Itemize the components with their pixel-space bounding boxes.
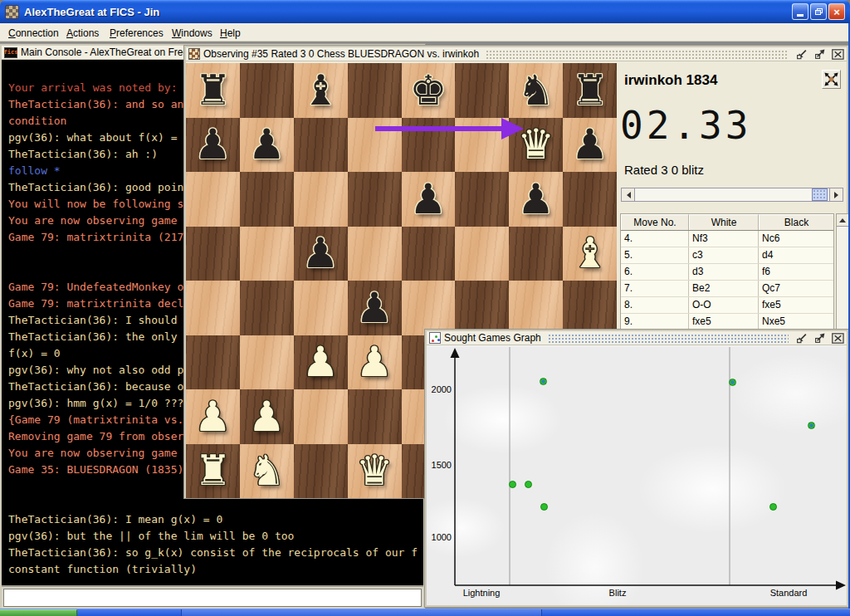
menu-windows[interactable]: Windows [169,26,215,41]
move-number-cell[interactable]: 7. [621,281,689,296]
board-square-c4[interactable] [294,281,348,335]
move-number-cell[interactable]: 9. [621,314,689,330]
white-move-cell[interactable]: c3 [689,247,759,263]
board-square-c3[interactable]: ♟ [294,335,348,390]
board-square-b8[interactable] [240,63,294,118]
board-square-g8[interactable]: ♞ [509,63,563,118]
move-number-cell[interactable]: 5. [621,247,689,263]
board-square-b2[interactable]: ♟ [240,389,294,444]
black-move-cell[interactable]: d4 [759,247,833,263]
board-square-h4[interactable] [563,281,617,335]
board-square-a4[interactable] [186,281,240,335]
observing-titlebar[interactable]: Observing #35 Rated 3 0 Chess BLUESDRAGO… [186,47,847,61]
move-row[interactable]: 9.fxe5Nxe5 [621,314,833,330]
board-square-a1[interactable]: ♜ [186,444,240,499]
board-square-c7[interactable] [294,118,348,173]
board-square-h8[interactable]: ♜ [563,63,617,118]
board-square-d2[interactable] [348,389,402,444]
menu-connection[interactable]: Connection [6,26,61,41]
board-square-c6[interactable] [294,172,348,227]
scroll-left-button[interactable] [621,188,635,202]
sought-game-dot-standard-2050[interactable] [729,379,736,386]
console-command-input[interactable] [3,589,422,607]
frame-maximize-button[interactable] [813,49,826,60]
sought-game-dot-standard-1760[interactable] [808,422,815,429]
move-row[interactable]: 6.d3f6 [621,264,833,281]
board-square-b6[interactable] [240,172,294,227]
board-square-e8[interactable]: ♚ [402,63,456,118]
board-square-c2[interactable] [294,389,348,444]
move-row[interactable]: 4.Nf3Nc6 [621,231,833,247]
board-square-g4[interactable] [509,281,563,335]
board-square-d1[interactable]: ♛ [348,444,402,499]
white-move-cell[interactable]: d3 [689,264,759,280]
restore-button[interactable] [810,3,827,20]
board-square-b3[interactable] [240,335,294,390]
move-row[interactable]: 8.O-Ofxe5 [621,297,833,314]
sought-game-dot-blitz-1370[interactable] [509,481,516,488]
white-move-cell[interactable]: Nf3 [689,231,759,247]
frame-close-button[interactable] [832,333,844,344]
board-square-d4[interactable]: ♟ [348,281,402,335]
black-move-cell[interactable]: Nc6 [759,231,833,247]
board-resize-button[interactable] [822,70,841,89]
board-square-g7[interactable]: ♛ [509,118,563,173]
board-square-f6[interactable] [455,172,509,227]
board-square-d5[interactable] [348,227,402,281]
board-square-g6[interactable]: ♟ [509,172,563,227]
board-square-h5[interactable]: ♝ [563,227,617,281]
close-button[interactable]: × [828,3,845,20]
move-row[interactable]: 5.c3d4 [621,247,833,264]
board-square-c8[interactable]: ♝ [294,63,348,118]
sought-titlebar[interactable]: Sought Games Graph [427,331,847,345]
board-square-c5[interactable]: ♟ [294,227,348,281]
board-square-a3[interactable] [186,335,240,390]
minimize-button[interactable] [792,3,808,20]
sought-game-dot-standard-1215[interactable] [769,503,777,511]
sought-game-dot-blitz-1370[interactable] [525,481,532,488]
move-number-cell[interactable]: 6. [621,264,689,280]
sought-graph-plot[interactable]: 2000 1500 1000 Lightning Blitz Standard [427,347,847,605]
taskbar-window-button[interactable] [181,609,542,616]
white-move-cell[interactable]: O-O [689,297,759,313]
board-square-a7[interactable]: ♟ [186,118,240,173]
frame-maximize-button[interactable] [813,333,826,344]
board-square-f8[interactable] [455,63,509,118]
sought-game-dot-blitz-2050[interactable] [540,378,547,385]
board-square-d7[interactable] [348,118,402,173]
black-move-cell[interactable]: Nxe5 [759,314,833,330]
board-square-a2[interactable]: ♟ [186,389,240,444]
board-square-f4[interactable] [455,281,509,335]
black-move-cell[interactable]: f6 [759,264,833,280]
frame-minimize-button[interactable] [795,49,808,60]
board-square-d3[interactable]: ♟ [348,335,402,390]
start-button[interactable] [0,609,77,616]
board-square-e7[interactable] [402,118,456,173]
move-scrollbar[interactable] [621,188,843,202]
scrollbar-thumb[interactable] [812,188,828,201]
board-square-e6[interactable]: ♟ [402,172,456,227]
board-square-e4[interactable] [402,281,456,335]
board-square-h7[interactable]: ♟ [563,118,617,173]
black-move-cell[interactable]: Qc7 [759,281,833,296]
board-square-f7[interactable] [455,118,509,173]
scroll-up-button[interactable] [837,214,848,227]
scrollbar-track[interactable] [635,188,829,202]
board-square-f5[interactable] [455,227,509,281]
board-square-b7[interactable]: ♟ [240,118,294,173]
move-number-cell[interactable]: 4. [621,231,689,247]
frame-minimize-button[interactable] [795,333,808,344]
move-number-cell[interactable]: 8. [621,297,689,313]
board-square-c1[interactable] [294,444,348,499]
board-square-a6[interactable] [186,172,240,227]
move-row[interactable]: 7.Be2Qc7 [621,281,833,297]
sought-game-dot-blitz-1215[interactable] [540,503,548,511]
menu-help[interactable]: Help [217,26,243,41]
board-square-b1[interactable]: ♞ [240,444,294,499]
black-move-cell[interactable]: fxe5 [759,297,833,313]
board-square-e5[interactable] [402,227,456,281]
white-move-cell[interactable]: fxe5 [689,314,759,330]
board-square-g5[interactable] [509,227,563,281]
menu-preferences[interactable]: Preferences [107,26,166,41]
board-square-b4[interactable] [240,281,294,335]
